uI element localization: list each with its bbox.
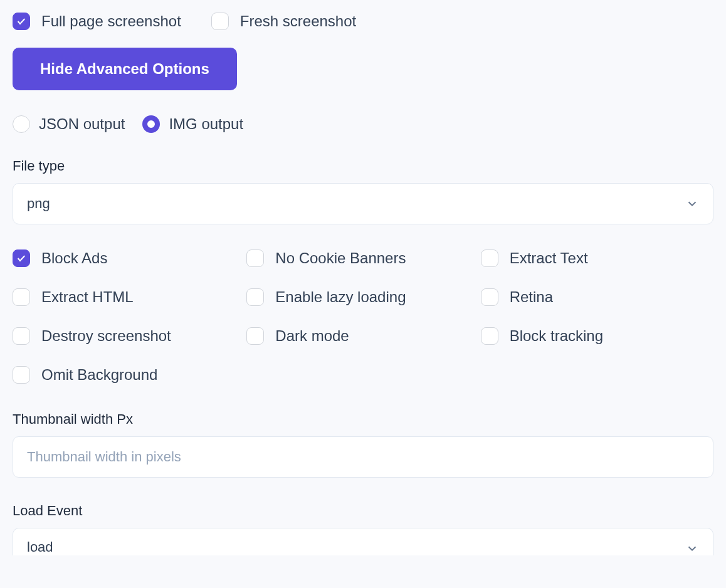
load-event-select[interactable]: load <box>13 528 713 555</box>
extract-html-option[interactable]: Extract HTML <box>13 288 234 306</box>
full-page-screenshot-option[interactable]: Full page screenshot <box>13 13 181 30</box>
full-page-screenshot-checkbox[interactable] <box>13 13 30 30</box>
thumbnail-width-input[interactable] <box>13 436 713 478</box>
block-tracking-option[interactable]: Block tracking <box>481 327 702 345</box>
dark-mode-option[interactable]: Dark mode <box>246 327 468 345</box>
full-page-screenshot-label: Full page screenshot <box>41 13 181 30</box>
destroy-screenshot-label: Destroy screenshot <box>41 327 171 345</box>
json-output-option[interactable]: JSON output <box>13 115 125 133</box>
omit-background-checkbox[interactable] <box>13 366 30 384</box>
enable-lazy-loading-option[interactable]: Enable lazy loading <box>246 288 468 306</box>
no-cookie-banners-option[interactable]: No Cookie Banners <box>246 249 468 267</box>
check-icon <box>16 16 26 26</box>
block-ads-label: Block Ads <box>41 249 107 267</box>
file-type-section: File type png <box>13 158 713 224</box>
img-output-radio[interactable] <box>142 115 160 133</box>
retina-label: Retina <box>510 288 553 306</box>
block-ads-option[interactable]: Block Ads <box>13 249 234 267</box>
load-event-label: Load Event <box>13 503 713 519</box>
img-output-label: IMG output <box>169 115 243 133</box>
top-options-row: Full page screenshot Fresh screenshot <box>13 13 713 30</box>
omit-background-label: Omit Background <box>41 366 157 384</box>
extract-html-label: Extract HTML <box>41 288 134 306</box>
options-grid: Block Ads No Cookie Banners Extract Text… <box>13 249 702 384</box>
chevron-down-icon <box>685 542 699 555</box>
block-tracking-checkbox[interactable] <box>481 327 498 345</box>
file-type-select[interactable]: png <box>13 183 713 224</box>
fresh-screenshot-option[interactable]: Fresh screenshot <box>211 13 356 30</box>
extract-text-option[interactable]: Extract Text <box>481 249 702 267</box>
thumbnail-width-label: Thumbnail width Px <box>13 411 713 428</box>
dark-mode-checkbox[interactable] <box>246 327 264 345</box>
check-icon <box>16 253 26 263</box>
retina-option[interactable]: Retina <box>481 288 702 306</box>
extract-text-label: Extract Text <box>510 249 588 267</box>
fresh-screenshot-checkbox[interactable] <box>211 13 229 30</box>
no-cookie-banners-label: No Cookie Banners <box>275 249 406 267</box>
thumbnail-width-section: Thumbnail width Px <box>13 411 713 478</box>
chevron-down-icon <box>685 197 699 211</box>
block-ads-checkbox[interactable] <box>13 249 30 267</box>
file-type-value: png <box>27 196 50 212</box>
no-cookie-banners-checkbox[interactable] <box>246 249 264 267</box>
enable-lazy-loading-label: Enable lazy loading <box>275 288 406 306</box>
dark-mode-label: Dark mode <box>275 327 349 345</box>
retina-checkbox[interactable] <box>481 288 498 306</box>
extract-text-checkbox[interactable] <box>481 249 498 267</box>
file-type-label: File type <box>13 158 713 174</box>
enable-lazy-loading-checkbox[interactable] <box>246 288 264 306</box>
extract-html-checkbox[interactable] <box>13 288 30 306</box>
load-event-value: load <box>27 539 53 555</box>
load-event-section: Load Event load <box>13 503 713 555</box>
output-mode-row: JSON output IMG output <box>13 115 713 133</box>
json-output-label: JSON output <box>39 115 125 133</box>
json-output-radio[interactable] <box>13 115 30 133</box>
destroy-screenshot-option[interactable]: Destroy screenshot <box>13 327 234 345</box>
img-output-option[interactable]: IMG output <box>142 115 243 133</box>
hide-advanced-options-button[interactable]: Hide Advanced Options <box>13 48 237 90</box>
destroy-screenshot-checkbox[interactable] <box>13 327 30 345</box>
fresh-screenshot-label: Fresh screenshot <box>240 13 356 30</box>
omit-background-option[interactable]: Omit Background <box>13 366 234 384</box>
block-tracking-label: Block tracking <box>510 327 603 345</box>
